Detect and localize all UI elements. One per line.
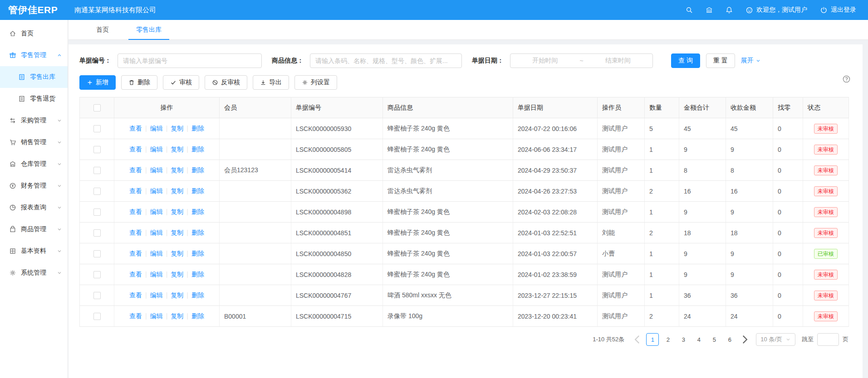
search-button[interactable]: 查 询: [671, 53, 700, 68]
search-icon[interactable]: [686, 6, 693, 14]
row-action-copy[interactable]: 复制: [171, 250, 183, 257]
delete-button[interactable]: 删除: [121, 75, 157, 90]
sidebar-item-retail-management[interactable]: 零售管理: [0, 44, 68, 66]
notification-bell-icon[interactable]: [726, 6, 733, 14]
sidebar-item-sales-management[interactable]: 销售管理: [0, 131, 68, 153]
row-action-edit[interactable]: 编辑: [150, 166, 163, 174]
row-checkbox[interactable]: [93, 125, 101, 132]
column-header[interactable]: 数量: [645, 97, 679, 118]
row-action-copy[interactable]: 复制: [171, 312, 183, 320]
row-action-delete[interactable]: 删除: [191, 271, 204, 278]
logout-button[interactable]: 退出登录: [820, 6, 856, 14]
row-action-edit[interactable]: 编辑: [150, 271, 163, 278]
page-number-4[interactable]: 4: [692, 333, 705, 346]
row-action-delete[interactable]: 删除: [191, 312, 204, 320]
sidebar-item-basic-data[interactable]: 基本资料: [0, 240, 68, 262]
row-action-delete[interactable]: 删除: [191, 125, 204, 132]
unaudit-button[interactable]: 反审核: [205, 75, 247, 90]
next-page-icon[interactable]: [739, 333, 750, 346]
column-header[interactable]: 金额合计: [679, 97, 726, 118]
sidebar-item-home[interactable]: 首页: [0, 23, 68, 44]
row-action-edit[interactable]: 编辑: [150, 312, 163, 320]
page-number-6[interactable]: 6: [723, 333, 736, 346]
prev-page-icon[interactable]: [632, 333, 643, 346]
row-action-edit[interactable]: 编辑: [150, 229, 163, 236]
tab-home[interactable]: 首页: [88, 20, 117, 39]
row-action-copy[interactable]: 复制: [171, 187, 183, 194]
date-range-picker[interactable]: 开始时间 ~ 结束时间: [510, 53, 653, 68]
row-action-delete[interactable]: 删除: [191, 208, 204, 215]
sidebar-item-retail-return[interactable]: 零售退货: [0, 88, 68, 110]
select-all-checkbox[interactable]: [93, 104, 101, 111]
sidebar-item-report-query[interactable]: 报表查询: [0, 197, 68, 218]
column-settings-button[interactable]: 列设置: [294, 75, 337, 90]
row-action-delete[interactable]: 删除: [191, 166, 204, 174]
row-action-copy[interactable]: 复制: [171, 271, 183, 278]
bank-icon[interactable]: [706, 6, 713, 14]
row-action-view[interactable]: 查看: [129, 166, 142, 174]
row-action-copy[interactable]: 复制: [171, 145, 183, 153]
row-action-delete[interactable]: 删除: [191, 250, 204, 257]
row-checkbox[interactable]: [93, 250, 101, 257]
row-action-edit[interactable]: 编辑: [150, 125, 163, 132]
row-action-view[interactable]: 查看: [129, 229, 142, 236]
row-action-view[interactable]: 查看: [129, 187, 142, 194]
row-action-edit[interactable]: 编辑: [150, 208, 163, 215]
column-header[interactable]: 收款金额: [726, 97, 773, 118]
row-action-edit[interactable]: 编辑: [150, 291, 163, 299]
audit-button[interactable]: 审核: [163, 75, 199, 90]
column-header[interactable]: 操作: [114, 97, 220, 118]
row-checkbox[interactable]: [93, 167, 101, 174]
sidebar-item-retail-outbound[interactable]: 零售出库: [0, 66, 68, 88]
reset-button[interactable]: 重 置: [706, 53, 735, 68]
row-checkbox[interactable]: [93, 208, 101, 216]
column-header[interactable]: 找零: [773, 97, 803, 118]
product-info-input[interactable]: [310, 53, 462, 68]
row-checkbox[interactable]: [93, 229, 101, 237]
jump-page-input[interactable]: [817, 333, 839, 346]
row-checkbox[interactable]: [93, 271, 101, 278]
page-number-5[interactable]: 5: [708, 333, 721, 346]
row-checkbox[interactable]: [93, 292, 101, 299]
row-action-view[interactable]: 查看: [129, 250, 142, 257]
row-action-copy[interactable]: 复制: [171, 125, 183, 132]
row-action-view[interactable]: 查看: [129, 291, 142, 299]
row-checkbox[interactable]: [93, 313, 101, 320]
page-number-1[interactable]: 1: [646, 333, 659, 346]
column-header[interactable]: 单据编号: [291, 97, 383, 118]
column-header[interactable]: 会员: [220, 97, 291, 118]
row-action-view[interactable]: 查看: [129, 145, 142, 153]
export-button[interactable]: 导出: [253, 75, 289, 90]
row-checkbox[interactable]: [93, 146, 101, 153]
row-action-copy[interactable]: 复制: [171, 229, 183, 236]
row-action-view[interactable]: 查看: [129, 125, 142, 132]
sidebar-item-goods-management[interactable]: 商品管理: [0, 218, 68, 240]
expand-link[interactable]: 展开: [741, 57, 761, 65]
page-size-select[interactable]: 10 条/页: [756, 333, 795, 346]
row-action-edit[interactable]: 编辑: [150, 187, 163, 194]
row-action-edit[interactable]: 编辑: [150, 250, 163, 257]
column-header[interactable]: 单据日期: [513, 97, 598, 118]
add-button[interactable]: 新增: [79, 75, 116, 90]
row-action-copy[interactable]: 复制: [171, 291, 183, 299]
column-header[interactable]: 商品信息: [383, 97, 513, 118]
row-action-copy[interactable]: 复制: [171, 166, 183, 174]
row-action-delete[interactable]: 删除: [191, 229, 204, 236]
column-header[interactable]: 状态: [803, 97, 849, 118]
sidebar-item-purchase-management[interactable]: 采购管理: [0, 110, 68, 131]
bill-no-input[interactable]: [118, 53, 262, 68]
sidebar-item-warehouse-management[interactable]: 仓库管理: [0, 153, 68, 175]
page-number-2[interactable]: 2: [662, 333, 674, 346]
row-action-copy[interactable]: 复制: [171, 208, 183, 215]
sidebar-item-system-management[interactable]: 系统管理: [0, 262, 68, 284]
sidebar-item-finance-management[interactable]: 财务管理: [0, 175, 68, 197]
row-action-view[interactable]: 查看: [129, 271, 142, 278]
page-number-3[interactable]: 3: [677, 333, 690, 346]
row-checkbox[interactable]: [93, 188, 101, 195]
row-action-edit[interactable]: 编辑: [150, 145, 163, 153]
help-icon[interactable]: [842, 75, 851, 83]
tab-retail-outbound[interactable]: 零售出库: [128, 20, 169, 39]
column-header[interactable]: 操作员: [598, 97, 645, 118]
row-action-view[interactable]: 查看: [129, 208, 142, 215]
row-action-view[interactable]: 查看: [129, 312, 142, 320]
